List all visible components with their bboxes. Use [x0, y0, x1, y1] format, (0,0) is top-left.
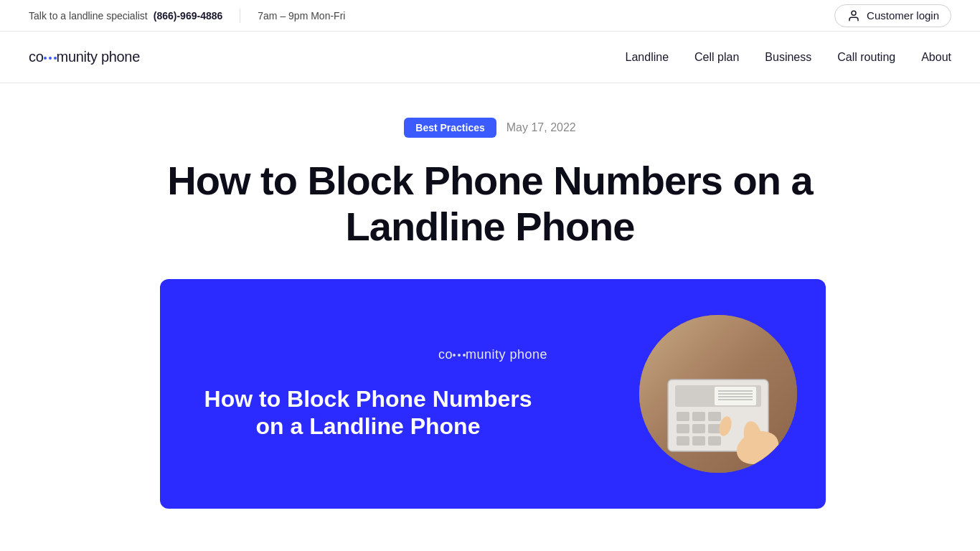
- topbar: Talk to a landline specialist (866)-969-…: [0, 0, 980, 32]
- hero-logo: comunity phone: [203, 347, 783, 362]
- hero-title: How to Block Phone Numbers on a Landline…: [203, 385, 533, 441]
- phone-number[interactable]: (866)-969-4886: [154, 10, 223, 22]
- nav-item-cell-plan[interactable]: Cell plan: [694, 51, 739, 64]
- business-hours: 7am – 9pm Mon-Fri: [258, 10, 345, 22]
- nav-link-call-routing[interactable]: Call routing: [837, 51, 895, 63]
- nav-item-about[interactable]: About: [921, 51, 951, 64]
- article-title: How to Block Phone Numbers on aLandline …: [167, 158, 813, 250]
- article-date: May 17, 2022: [507, 121, 576, 134]
- topbar-divider: [240, 9, 240, 23]
- customer-login-label: Customer login: [867, 9, 939, 22]
- nav-item-business[interactable]: Business: [765, 51, 811, 64]
- hero-logo-dots: [453, 354, 466, 357]
- svg-point-0: [852, 11, 856, 15]
- navbar: comunity phone Landline Cell plan Busine…: [0, 32, 980, 83]
- main-content: Best Practices May 17, 2022 How to Block…: [146, 83, 834, 509]
- user-icon: [847, 9, 861, 23]
- nav-link-cell-plan[interactable]: Cell plan: [694, 51, 739, 63]
- customer-login-button[interactable]: Customer login: [834, 4, 951, 27]
- nav-link-business[interactable]: Business: [765, 51, 811, 63]
- nav-links: Landline Cell plan Business Call routing…: [626, 51, 951, 64]
- nav-item-call-routing[interactable]: Call routing: [837, 51, 895, 64]
- hero-content: comunity phone How to Block Phone Number…: [203, 347, 783, 441]
- nav-link-about[interactable]: About: [921, 51, 951, 63]
- nav-link-landline[interactable]: Landline: [626, 51, 669, 63]
- hero-image: comunity phone How to Block Phone Number…: [160, 279, 826, 509]
- article-meta: Best Practices May 17, 2022: [160, 118, 820, 138]
- specialist-label: Talk to a landline specialist: [29, 10, 148, 22]
- category-badge[interactable]: Best Practices: [404, 118, 496, 138]
- logo[interactable]: comunity phone: [29, 49, 140, 65]
- topbar-contact: Talk to a landline specialist (866)-969-…: [29, 9, 345, 23]
- logo-dots: [44, 57, 57, 60]
- logo-text: comunity phone: [29, 49, 140, 65]
- nav-item-landline[interactable]: Landline: [626, 51, 669, 64]
